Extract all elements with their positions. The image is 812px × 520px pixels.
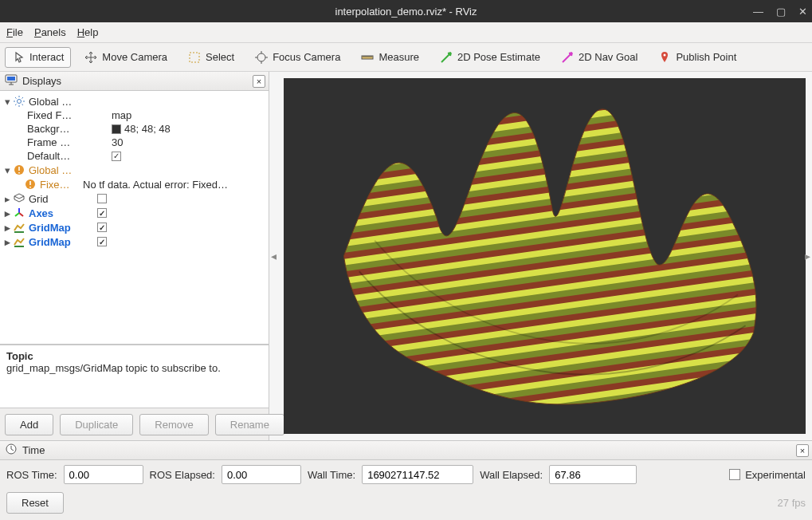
arrow-green-icon <box>440 51 453 64</box>
ruler-icon <box>361 51 374 64</box>
tool-publish-point[interactable]: Publish Point <box>651 47 743 68</box>
ros-elapsed-input[interactable] <box>222 465 301 484</box>
pointer-icon <box>12 51 25 64</box>
select-icon <box>188 51 201 64</box>
warn-icon <box>13 163 25 176</box>
tree-fixed-status[interactable]: Fixe… No tf data. Actual error: Fixed… <box>0 177 269 191</box>
collapse-icon[interactable]: ▾ <box>2 96 13 108</box>
expand-icon[interactable]: ▸ <box>2 236 13 248</box>
duplicate-button[interactable]: Duplicate <box>60 414 133 435</box>
svg-point-8 <box>18 100 22 104</box>
tool-select-label: Select <box>206 51 234 63</box>
svg-rect-0 <box>190 53 199 62</box>
tree-global-status[interactable]: ▾ Global … <box>0 163 269 177</box>
tool-nav-goal-label: 2D Nav Goal <box>579 51 637 63</box>
svg-rect-7 <box>7 77 15 81</box>
svg-point-1 <box>257 53 265 61</box>
tree-background-color[interactable]: Backgr… 48; 48; 48 <box>0 122 269 136</box>
fps-label: 27 fps <box>778 497 806 509</box>
time-title: Time <box>22 444 45 456</box>
reset-button[interactable]: Reset <box>6 492 64 514</box>
title-bar: interpolation_demo.rviz* - RViz — ▢ ✕ <box>0 0 812 22</box>
tool-publish-point-label: Publish Point <box>676 51 736 63</box>
tree-gridmap-1[interactable]: ▸ GridMap ✓ <box>0 220 269 234</box>
gridmap-icon <box>13 235 25 248</box>
description-title: Topic <box>6 350 262 362</box>
time-header[interactable]: Time × <box>0 441 812 460</box>
gear-icon <box>13 95 25 108</box>
tree-frame-rate[interactable]: Frame … 30 <box>0 136 269 149</box>
time-panel: Time × ROS Time: ROS Elapsed: Wall Time:… <box>0 440 812 520</box>
axes-icon <box>13 207 25 219</box>
experimental-toggle[interactable]: Experimental <box>729 469 806 481</box>
panel-handle-left-icon[interactable]: ◂ <box>271 250 277 262</box>
close-icon[interactable]: ✕ <box>798 6 807 18</box>
tool-move-camera-label: Move Camera <box>102 51 167 63</box>
tree-global-options[interactable]: ▾ Global … <box>0 94 269 108</box>
window-controls: — ▢ ✕ <box>753 6 807 18</box>
grid-icon <box>13 192 25 205</box>
svg-point-3 <box>664 53 666 56</box>
tool-measure-label: Measure <box>379 51 419 63</box>
tool-select[interactable]: Select <box>181 47 241 68</box>
tool-interact-label: Interact <box>29 51 64 63</box>
focus-icon <box>255 51 268 64</box>
tree-grid[interactable]: ▸ Grid <box>0 191 269 206</box>
pin-icon <box>658 51 671 64</box>
tool-nav-goal[interactable]: 2D Nav Goal <box>554 47 645 68</box>
tree-axes[interactable]: ▸ Axes ✓ <box>0 206 269 220</box>
gridmap-surface <box>284 78 806 434</box>
minimize-icon[interactable]: — <box>753 6 763 18</box>
time-close-icon[interactable]: × <box>796 444 809 457</box>
tool-move-camera[interactable]: Move Camera <box>77 47 175 68</box>
menu-panels[interactable]: Panels <box>34 26 66 38</box>
displays-tree[interactable]: ▾ Global … Fixed F… map Backgr… 48; 48; … <box>0 91 269 345</box>
experimental-label: Experimental <box>745 469 806 481</box>
move-icon <box>84 51 97 64</box>
wall-time-label: Wall Time: <box>308 469 355 481</box>
remove-button[interactable]: Remove <box>139 414 208 435</box>
maximize-icon[interactable]: ▢ <box>776 6 786 18</box>
tree-fixed-frame[interactable]: Fixed F… map <box>0 108 269 122</box>
wall-elapsed-input[interactable] <box>549 465 637 484</box>
color-chip[interactable] <box>112 124 121 134</box>
checkbox[interactable] <box>729 469 740 480</box>
expand-icon[interactable]: ▸ <box>2 222 13 234</box>
viewport-3d[interactable] <box>284 78 806 434</box>
clock-icon <box>5 443 18 458</box>
gridmap-icon <box>13 221 25 234</box>
tree-default-light[interactable]: Default… ✓ <box>0 149 269 163</box>
tool-interact[interactable]: Interact <box>5 47 71 68</box>
checkbox[interactable]: ✓ <box>97 223 107 232</box>
panel-handle-right-icon[interactable]: ▸ <box>805 250 810 262</box>
window-title: interpolation_demo.rviz* - RViz <box>335 6 477 18</box>
tool-pose-estimate[interactable]: 2D Pose Estimate <box>433 47 547 68</box>
checkbox[interactable] <box>97 194 107 203</box>
menu-file[interactable]: File <box>6 26 23 38</box>
menu-help[interactable]: Help <box>77 26 99 38</box>
tool-focus-camera[interactable]: Focus Camera <box>248 47 347 68</box>
arrow-pink-icon <box>561 51 574 64</box>
tool-measure[interactable]: Measure <box>354 47 426 68</box>
tool-focus-camera-label: Focus Camera <box>273 51 340 63</box>
collapse-icon[interactable]: ▾ <box>2 164 13 176</box>
viewport-area: ◂ <box>269 72 812 440</box>
add-button[interactable]: Add <box>5 414 53 435</box>
warn-icon <box>24 178 37 191</box>
tree-gridmap-2[interactable]: ▸ GridMap ✓ <box>0 234 269 249</box>
display-buttons: Add Duplicate Remove Rename <box>0 408 269 440</box>
tool-pose-estimate-label: 2D Pose Estimate <box>457 51 540 63</box>
description-pane: Topic grid_map_msgs/GridMap topic to sub… <box>0 345 269 408</box>
description-body: grid_map_msgs/GridMap topic to subscribe… <box>6 362 262 374</box>
wall-time-input[interactable] <box>362 465 473 484</box>
expand-icon[interactable]: ▸ <box>2 207 13 219</box>
checkbox[interactable]: ✓ <box>97 208 107 218</box>
expand-icon[interactable]: ▸ <box>2 193 13 205</box>
wall-elapsed-label: Wall Elapsed: <box>480 469 543 481</box>
ros-time-label: ROS Time: <box>6 469 57 481</box>
checkbox[interactable]: ✓ <box>97 237 107 246</box>
displays-close-icon[interactable]: × <box>253 75 265 88</box>
checkbox[interactable]: ✓ <box>112 152 121 161</box>
ros-time-input[interactable] <box>64 465 143 484</box>
displays-header[interactable]: Displays × <box>0 72 269 91</box>
